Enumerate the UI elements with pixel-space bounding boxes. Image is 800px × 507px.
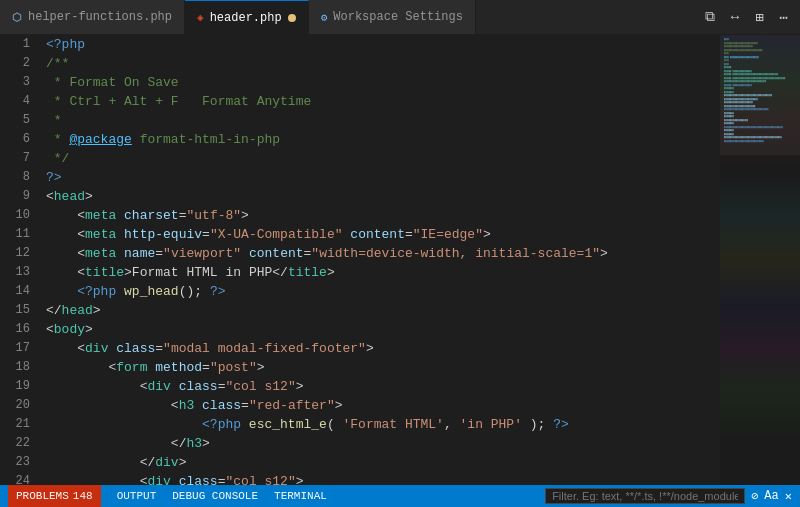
toggle-panel-icon[interactable]: ↔ [727,7,743,27]
code-line-6: * @package format-html-in-php [46,130,720,149]
tab-header-php[interactable]: ◈ header.php [185,0,309,34]
status-bar-right: ⊘ Aa ✕ [545,488,792,504]
line-num-9: 9 [12,187,30,206]
output-label: OUTPUT [117,490,157,502]
line-num-14: 14 [12,282,30,301]
line-num-5: 5 [12,111,30,130]
code-line-17: </head> [46,301,720,320]
code-line-20: <form method="post"> [46,358,720,377]
line-num-19: 19 [12,377,30,396]
line-num-21: 21 [12,415,30,434]
status-bar: PROBLEMS 148 OUTPUT DEBUG CONSOLE TERMIN… [0,485,800,507]
code-editor[interactable]: <?php /** * Format On Save * Ctrl + Alt … [38,35,720,485]
php-icon: ⬡ [12,11,22,24]
line-num-11: 11 [12,225,30,244]
line-num-2: 2 [12,54,30,73]
code-line-3: * Format On Save [46,73,720,92]
debug-console-tab[interactable]: DEBUG CONSOLE [172,490,258,502]
line-num-18: 18 [12,358,30,377]
code-line-25: </div> [46,453,720,472]
code-line-1: <?php [46,35,720,54]
line-num-1: 1 [12,35,30,54]
line-num-7: 7 [12,149,30,168]
line-num-17: 17 [12,339,30,358]
line-num-24: 24 [12,472,30,485]
settings-icon: ⚙ [321,11,328,24]
more-actions-icon[interactable]: ⋯ [776,7,792,28]
minimap[interactable]: ████ ████████████████████████████ ██████… [720,35,800,485]
line-num-13: 13 [12,263,30,282]
code-line-19: <div class="modal modal-fixed-footer"> [46,339,720,358]
customize-layout-icon[interactable]: ⊞ [751,7,767,28]
close-panel-icon[interactable]: ✕ [785,489,792,504]
filter-icon[interactable]: ⊘ [751,489,758,504]
problems-tab[interactable]: PROBLEMS 148 [8,485,101,507]
tab-bar-actions: ⧉ ↔ ⊞ ⋯ [701,7,800,28]
code-line-5: * [46,111,720,130]
tab-header-label: header.php [210,11,282,25]
code-line-24: </h3> [46,434,720,453]
problems-label: PROBLEMS [16,490,69,502]
line-num-12: 12 [12,244,30,263]
tab-helper-label: helper-functions.php [28,10,172,24]
modified-dot [288,14,296,22]
code-line-4: * Ctrl + Alt + F Format Anytime [46,92,720,111]
code-line-14: <meta name="viewport" content="width=dev… [46,244,720,263]
line-num-3: 3 [12,73,30,92]
line-num-23: 23 [12,453,30,472]
line-num-16: 16 [12,320,30,339]
tab-workspace-label: Workspace Settings [333,10,463,24]
code-line-22: <h3 class="red-after"> [46,396,720,415]
line-num-6: 6 [12,130,30,149]
problems-count: 148 [73,490,93,502]
line-num-10: 10 [12,206,30,225]
code-line-9: ?> [46,168,720,187]
code-line-21: <div class="col s12"> [46,377,720,396]
line-num-8: 8 [12,168,30,187]
code-line-23: <?php esc_html_e( 'Format HTML', 'in PHP… [46,415,720,434]
code-line-13: <meta http-equiv="X-UA-Compatible" conte… [46,225,720,244]
code-line-7: */ [46,149,720,168]
tab-bar: ⬡ helper-functions.php ◈ header.php ⚙ Wo… [0,0,800,35]
line-num-20: 20 [12,396,30,415]
code-line-11: <head> [46,187,720,206]
code-line-2: /** [46,54,720,73]
line-num-15: 15 [12,301,30,320]
code-line-16: <?php wp_head(); ?> [46,282,720,301]
line-numbers: 1 2 3 4 5 6 7 8 9 10 11 12 13 14 15 16 1… [0,35,38,485]
code-line-15: <title>Format HTML in PHP</title> [46,263,720,282]
output-tab[interactable]: OUTPUT [117,490,157,502]
terminal-tab[interactable]: TERMINAL [274,490,327,502]
line-num-4: 4 [12,92,30,111]
line-num-22: 22 [12,434,30,453]
html-icon: ◈ [197,11,204,24]
filter-input[interactable] [545,488,745,504]
tab-helper-functions[interactable]: ⬡ helper-functions.php [0,0,185,34]
code-line-18: <body> [46,320,720,339]
code-line-12: <meta charset="utf-8"> [46,206,720,225]
editor-area: 1 2 3 4 5 6 7 8 9 10 11 12 13 14 15 16 1… [0,35,800,485]
minimap-slider[interactable] [720,35,800,155]
split-editor-icon[interactable]: ⧉ [701,7,719,27]
case-sensitive-icon[interactable]: Aa [764,489,778,503]
debug-label: DEBUG CONSOLE [172,490,258,502]
tab-workspace-settings[interactable]: ⚙ Workspace Settings [309,0,476,34]
terminal-label: TERMINAL [274,490,327,502]
code-line-26: <div class="col s12"> [46,472,720,485]
